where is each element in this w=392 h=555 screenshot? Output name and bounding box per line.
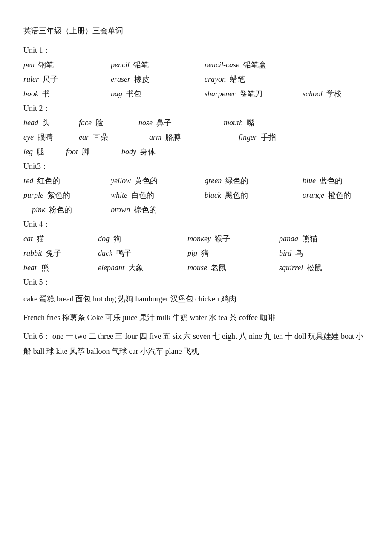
vocab-pig: pig猪 (187, 248, 279, 258)
unit-3-row-3: pink粉色的 brown棕色的 (23, 205, 369, 215)
vocab-orange: orange橙色的 (303, 190, 388, 200)
vocab-sharpener: sharpener卷笔刀 (205, 89, 303, 99)
vocab-crayon: crayon蜡笔 (205, 74, 320, 84)
vocab-brown: brown棕色的 (111, 205, 196, 215)
unit-4-title: Unit 4： (23, 219, 369, 229)
vocab-pink: pink粉色的 (32, 205, 111, 215)
unit-3-title: Unit3： (23, 161, 369, 171)
vocab-finger: finger手指 (239, 132, 324, 142)
unit-5-title: Unit 5： (23, 277, 369, 287)
vocab-elephant: elephant大象 (98, 263, 187, 273)
vocab-red: red红色的 (23, 176, 111, 186)
unit-2-row-2: eye眼睛 ear耳朵 arm胳膊 finger手指 (23, 132, 369, 142)
vocab-blue: blue蓝色的 (303, 176, 388, 186)
unit-1-row-3: book书 bag书包 sharpener卷笔刀 school学校 (23, 89, 369, 99)
vocab-foot: foot脚 (66, 147, 121, 157)
unit-6-content: one 一 two 二 three 三 four 四 five 五 six 六 … (23, 332, 363, 355)
vocab-eye: eye眼睛 (23, 132, 79, 142)
vocab-dog: dog狗 (98, 234, 187, 244)
vocab-pencil-case: pencil-case铅笔盒 (205, 60, 320, 70)
vocab-cat: cat猫 (23, 234, 98, 244)
page-title: 英语三年级（上册）三会单词 (23, 26, 369, 36)
vocab-school: school学校 (303, 89, 388, 99)
unit-4-row-3: bear熊 elephant大象 mouse老鼠 squirrel松鼠 (23, 263, 369, 273)
vocab-squirrel: squirrel松鼠 (279, 263, 356, 273)
vocab-face: face脸 (79, 118, 138, 128)
vocab-pencil: pencil铅笔 (111, 60, 205, 70)
vocab-duck: duck鸭子 (98, 248, 187, 258)
vocab-ruler: ruler尺子 (23, 74, 111, 84)
vocab-nose: nose鼻子 (138, 118, 224, 128)
vocab-leg: leg腿 (23, 147, 66, 157)
vocab-purple: purple紫色的 (23, 190, 111, 200)
unit-1-row-2: ruler尺子 eraser橡皮 crayon蜡笔 (23, 74, 369, 84)
vocab-bear: bear熊 (23, 263, 98, 273)
vocab-mouth: mouth嘴 (224, 118, 309, 128)
unit-4-row-2: rabbit兔子 duck鸭子 pig猪 bird鸟 (23, 248, 369, 258)
vocab-rabbit: rabbit兔子 (23, 248, 98, 258)
unit-1-row-1: pen钢笔 pencil铅笔 pencil-case铅笔盒 (23, 60, 369, 70)
unit-3-row-1: red红色的 yellow黄色的 green绿色的 blue蓝色的 (23, 176, 369, 186)
vocab-white: white白色的 (111, 190, 205, 200)
unit-2-row-1: head头 face脸 nose鼻子 mouth嘴 (23, 118, 369, 128)
unit-5-row-2: French fries 榨薯条 Coke 可乐 juice 果汁 milk 牛… (23, 310, 369, 325)
vocab-ear: ear耳朵 (79, 132, 149, 142)
vocab-arm: arm胳膊 (149, 132, 239, 142)
vocab-bag: bag书包 (111, 89, 205, 99)
vocab-yellow: yellow黄色的 (111, 176, 205, 186)
vocab-mouse: mouse老鼠 (187, 263, 279, 273)
vocab-eraser: eraser橡皮 (111, 74, 205, 84)
unit-6-title: Unit 6： (23, 332, 51, 341)
vocab-green: green绿色的 (205, 176, 303, 186)
vocab-book: book书 (23, 89, 111, 99)
vocab-panda: panda熊猫 (279, 234, 356, 244)
vocab-monkey: monkey猴子 (187, 234, 279, 244)
vocab-head: head头 (23, 118, 79, 128)
unit-1-title: Unit 1： (23, 45, 369, 55)
unit-2-row-3: leg腿 foot脚 body身体 (23, 147, 369, 157)
unit-5-row-1: cake 蛋糕 bread 面包 hot dog 热狗 hamburger 汉堡… (23, 292, 369, 306)
unit-2-title: Unit 2： (23, 103, 369, 113)
unit-3-row-2: purple紫色的 white白色的 black黑色的 orange橙色的 (23, 190, 369, 200)
vocab-body: body身体 (121, 147, 207, 157)
vocab-black: black黑色的 (205, 190, 303, 200)
vocab-pen: pen钢笔 (23, 60, 111, 70)
vocab-bird: bird鸟 (279, 248, 356, 258)
unit-4-row-1: cat猫 dog狗 monkey猴子 panda熊猫 (23, 234, 369, 244)
